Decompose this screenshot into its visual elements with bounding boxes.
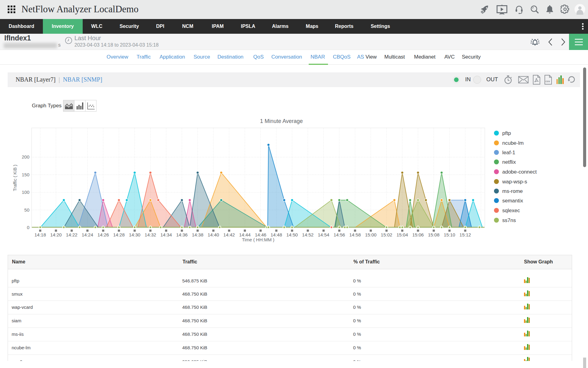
svg-text:wap-wsp-s: wap-wsp-s (502, 179, 527, 185)
svg-text:semantix: semantix (502, 198, 523, 204)
svg-text:14:34: 14:34 (160, 232, 172, 237)
svg-text:14:42: 14:42 (223, 232, 235, 237)
svg-text:15:08: 15:08 (428, 232, 440, 237)
svg-text:15:04: 15:04 (397, 232, 408, 237)
svg-text:200: 200 (22, 154, 29, 159)
svg-text:14:46: 14:46 (255, 232, 266, 237)
svg-text:sqlexec: sqlexec (502, 208, 520, 213)
svg-text:Time ( HH:MM ): Time ( HH:MM ) (242, 237, 274, 242)
svg-text:14:22: 14:22 (66, 232, 77, 237)
svg-text:1 Minute Average: 1 Minute Average (260, 118, 303, 124)
svg-text:14:44: 14:44 (239, 232, 251, 237)
svg-text:14:40: 14:40 (208, 232, 219, 237)
svg-text:50: 50 (24, 207, 29, 213)
svg-text:15:10: 15:10 (444, 232, 455, 237)
svg-text:14:52: 14:52 (302, 232, 314, 237)
svg-text:ss7ns: ss7ns (502, 217, 516, 223)
svg-text:14:18: 14:18 (35, 232, 46, 237)
svg-text:0: 0 (27, 225, 29, 230)
svg-text:15:12: 15:12 (459, 232, 471, 237)
svg-text:14:38: 14:38 (192, 232, 204, 237)
svg-text:14:30: 14:30 (129, 232, 141, 237)
svg-text:100: 100 (22, 190, 29, 195)
svg-text:15:00: 15:00 (365, 232, 377, 237)
svg-text:leaf-1: leaf-1 (502, 150, 515, 155)
svg-text:14:20: 14:20 (50, 232, 62, 237)
svg-text:15:02: 15:02 (381, 232, 392, 237)
svg-text:14:54: 14:54 (318, 232, 330, 237)
svg-text:14:50: 14:50 (286, 232, 298, 237)
svg-text:csv: csv (545, 80, 550, 83)
svg-text:ncube-lm: ncube-lm (502, 140, 524, 146)
svg-text:14:26: 14:26 (97, 232, 109, 237)
svg-text:14:56: 14:56 (334, 232, 345, 237)
svg-text:ms-rome: ms-rome (502, 188, 523, 194)
svg-text:150: 150 (22, 172, 29, 177)
svg-text:Traffic ( KiB ): Traffic ( KiB ) (12, 165, 17, 191)
svg-text:14:32: 14:32 (145, 232, 156, 237)
svg-text:14:28: 14:28 (113, 232, 125, 237)
svg-text:adobe-connect: adobe-connect (502, 169, 537, 175)
svg-text:15:06: 15:06 (412, 232, 424, 237)
svg-text:14:24: 14:24 (82, 232, 93, 237)
svg-text:14:58: 14:58 (349, 232, 361, 237)
svg-text:14:48: 14:48 (271, 232, 282, 237)
svg-text:14:36: 14:36 (176, 232, 188, 237)
svg-text:pftp: pftp (502, 130, 511, 136)
svg-text:netflix: netflix (502, 159, 516, 165)
